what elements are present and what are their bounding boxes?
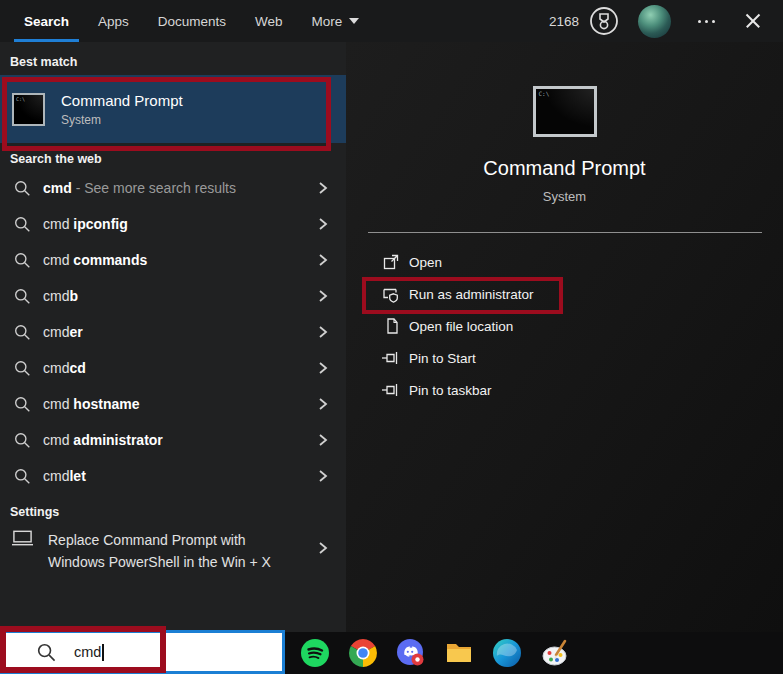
action-run-as-administrator[interactable]: Run as administrator bbox=[381, 278, 783, 310]
open-window-icon bbox=[381, 253, 400, 271]
search-web-label: Search the web bbox=[0, 143, 346, 170]
paint3d-icon[interactable] bbox=[540, 638, 570, 668]
chrome-icon[interactable] bbox=[348, 638, 378, 668]
action-pin-to-start[interactable]: Pin to Start bbox=[381, 342, 783, 374]
web-suggestion-row[interactable]: cmder bbox=[0, 314, 346, 350]
settings-result-row[interactable]: Replace Command Prompt with Windows Powe… bbox=[0, 526, 346, 573]
edge-icon[interactable] bbox=[492, 638, 522, 668]
tab-search[interactable]: Search bbox=[14, 0, 79, 42]
search-filter-bar: Search Apps Documents Web More 2168 bbox=[0, 0, 783, 42]
search-icon bbox=[14, 252, 31, 269]
search-icon bbox=[14, 216, 31, 233]
tab-more[interactable]: More bbox=[302, 0, 370, 42]
chevron-down-icon bbox=[349, 18, 359, 24]
action-list: Open Run as administrator bbox=[346, 246, 783, 406]
tab-documents[interactable]: Documents bbox=[148, 0, 236, 42]
action-open-file-location[interactable]: Open file location bbox=[381, 310, 783, 342]
more-options-icon[interactable] bbox=[698, 20, 715, 23]
spotify-icon[interactable] bbox=[300, 638, 330, 668]
settings-label: Settings bbox=[0, 494, 346, 526]
search-query-text: cmd bbox=[74, 644, 101, 660]
chevron-right-icon bbox=[318, 541, 328, 555]
close-icon[interactable] bbox=[745, 13, 761, 29]
search-icon bbox=[14, 432, 31, 449]
search-input[interactable]: cmd bbox=[0, 630, 285, 674]
web-suggestion-row[interactable]: cmd hostname bbox=[0, 386, 346, 422]
preview-title: Command Prompt bbox=[483, 157, 645, 180]
taskbar-icons bbox=[300, 632, 570, 674]
chevron-right-icon bbox=[318, 253, 328, 267]
web-suggestion-row[interactable]: cmdcd bbox=[0, 350, 346, 386]
chevron-right-icon bbox=[318, 289, 328, 303]
chevron-right-icon bbox=[318, 397, 328, 411]
web-suggestion-row[interactable]: cmdlet bbox=[0, 458, 346, 494]
monitor-icon bbox=[12, 529, 33, 547]
tab-web[interactable]: Web bbox=[245, 0, 293, 42]
preview-panel: C:\ Command Prompt System Open bbox=[346, 42, 783, 632]
best-match-label: Best match bbox=[0, 42, 346, 75]
rewards-medal-icon[interactable] bbox=[589, 6, 619, 36]
action-open[interactable]: Open bbox=[381, 246, 783, 278]
discord-icon[interactable] bbox=[396, 638, 426, 668]
user-avatar[interactable] bbox=[638, 5, 671, 38]
search-icon bbox=[14, 180, 31, 197]
file-explorer-icon[interactable] bbox=[444, 638, 474, 668]
divider bbox=[368, 232, 762, 233]
command-prompt-icon-large: C:\ bbox=[533, 86, 597, 137]
search-results-area: Best match C:\ Command Prompt System Sea… bbox=[0, 42, 783, 632]
chevron-right-icon bbox=[318, 181, 328, 195]
search-icon bbox=[14, 396, 31, 413]
best-match-title: Command Prompt bbox=[61, 92, 183, 109]
chevron-right-icon bbox=[318, 217, 328, 231]
action-pin-to-taskbar[interactable]: Pin to taskbar bbox=[381, 374, 783, 406]
best-match-subtitle: System bbox=[61, 113, 183, 127]
web-suggestion-row[interactable]: cmd ipconfig bbox=[0, 206, 346, 242]
web-suggestion-row[interactable]: cmd commands bbox=[0, 242, 346, 278]
web-suggestion-row[interactable]: cmdb bbox=[0, 278, 346, 314]
admin-shield-icon bbox=[381, 285, 400, 304]
search-icon bbox=[14, 288, 31, 305]
search-icon bbox=[14, 468, 31, 485]
search-icon bbox=[37, 643, 56, 662]
chevron-right-icon bbox=[318, 325, 328, 339]
pin-icon bbox=[381, 382, 400, 398]
results-panel: Best match C:\ Command Prompt System Sea… bbox=[0, 42, 346, 632]
chevron-right-icon bbox=[318, 433, 328, 447]
topbar-right-cluster: 2168 bbox=[549, 5, 783, 38]
web-suggestion-row[interactable]: cmd administrator bbox=[0, 422, 346, 458]
filter-tabs: Search Apps Documents Web More bbox=[0, 0, 378, 42]
search-icon bbox=[14, 324, 31, 341]
chevron-right-icon bbox=[318, 469, 328, 483]
file-location-icon bbox=[381, 317, 400, 335]
pin-icon bbox=[381, 350, 400, 366]
text-cursor bbox=[102, 644, 104, 661]
chevron-right-icon bbox=[318, 361, 328, 375]
command-prompt-icon: C:\ bbox=[12, 93, 45, 126]
web-suggestion-row[interactable]: cmd - See more search results bbox=[0, 170, 346, 206]
best-match-result[interactable]: C:\ Command Prompt System bbox=[0, 75, 346, 143]
tab-apps[interactable]: Apps bbox=[88, 0, 139, 42]
preview-subtitle: System bbox=[543, 189, 586, 204]
search-icon bbox=[14, 360, 31, 377]
rewards-points: 2168 bbox=[549, 14, 579, 29]
windows-search-flyout: Search Apps Documents Web More 2168 Best… bbox=[0, 0, 783, 674]
